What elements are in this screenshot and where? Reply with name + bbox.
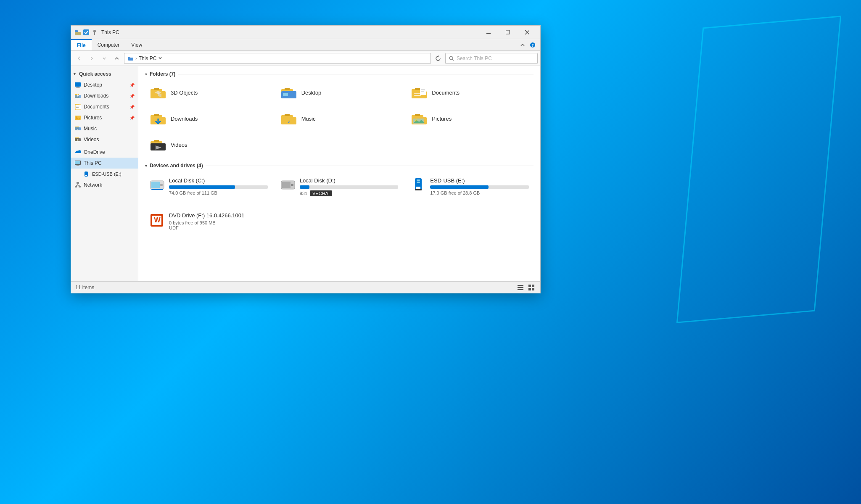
svg-rect-53 <box>283 93 288 96</box>
refresh-button[interactable] <box>433 53 444 64</box>
details-view-button[interactable] <box>516 283 525 292</box>
folders-chevron[interactable]: ▾ <box>145 72 147 77</box>
sidebar-item-videos[interactable]: Videos <box>71 134 138 145</box>
onedrive-icon <box>74 149 81 156</box>
svg-rect-97 <box>518 287 523 288</box>
svg-line-44 <box>78 185 80 186</box>
ribbon-collapse-button[interactable] <box>518 41 527 49</box>
sidebar-thispc-label: This PC <box>84 160 102 166</box>
ribbon-chevron-area: ? <box>518 41 540 49</box>
drive-d-space: 931 <box>300 191 307 196</box>
svg-text:?: ? <box>531 43 534 47</box>
drive-f[interactable]: W DVD Drive (F:) 16.0.4266.1001 0 bytes … <box>145 208 272 235</box>
svg-rect-2 <box>75 32 81 35</box>
documents-icon <box>74 103 81 110</box>
drives-section-title: Devices and drives (4) <box>150 163 203 169</box>
svg-rect-61 <box>421 91 424 92</box>
tab-view[interactable]: View <box>125 39 148 50</box>
main-area: ▾ Quick access Desktop 📌 <box>71 66 540 281</box>
drive-d[interactable]: Local Disk (D:) 931 VECHAI <box>276 173 403 201</box>
svg-rect-13 <box>128 58 133 61</box>
sidebar-item-esd-usb[interactable]: ESD-USB (E:) <box>71 169 138 179</box>
folder-documents[interactable]: Documents <box>406 81 534 104</box>
tab-computer[interactable]: Computer <box>92 39 126 50</box>
up-button[interactable] <box>111 53 122 64</box>
sidebar-downloads-label: Downloads <box>84 93 108 99</box>
window-controls <box>479 26 537 39</box>
svg-rect-23 <box>76 106 79 106</box>
folder-downloads[interactable]: Downloads <box>145 107 272 130</box>
svg-rect-98 <box>518 289 523 290</box>
drive-d-space-row: 931 VECHAI <box>300 190 399 196</box>
folder-pictures-name: Pictures <box>432 116 452 122</box>
items-count: 11 items <box>75 285 94 290</box>
ribbon-help-button[interactable]: ? <box>528 41 537 49</box>
quick-access-chevron: ▾ <box>74 72 76 76</box>
maximize-button[interactable] <box>498 26 518 39</box>
drives-chevron[interactable]: ▾ <box>145 164 147 168</box>
svg-rect-102 <box>532 288 534 290</box>
sidebar-pictures-label: Pictures <box>84 115 102 121</box>
window-title: This PC <box>101 29 479 35</box>
drive-d-tooltip: VECHAI <box>310 190 332 196</box>
svg-rect-39 <box>77 182 79 184</box>
sidebar-documents-label: Documents <box>84 104 109 110</box>
folder-videos-name: Videos <box>171 142 188 148</box>
drive-e-bar-fill <box>430 185 488 189</box>
svg-rect-40 <box>75 186 77 187</box>
svg-rect-35 <box>77 165 79 166</box>
svg-rect-38 <box>85 175 87 176</box>
svg-rect-90 <box>417 179 420 181</box>
pictures-folder-icon <box>411 111 428 126</box>
usb-drive-icon <box>83 171 90 177</box>
sidebar-item-desktop[interactable]: Desktop 📌 <box>71 79 138 90</box>
sidebar-desktop-label: Desktop <box>84 82 102 88</box>
folder-desktop-name: Desktop <box>301 90 322 96</box>
svg-text:♪: ♪ <box>77 127 79 131</box>
sidebar-item-network[interactable]: Network <box>71 179 138 190</box>
sidebar-network-label: Network <box>84 182 102 188</box>
tiles-view-button[interactable] <box>527 283 536 292</box>
sidebar-quick-access-header[interactable]: ▾ Quick access <box>71 69 138 79</box>
sidebar-item-downloads[interactable]: Downloads 📌 <box>71 90 138 101</box>
drive-f-info: DVD Drive (F:) 16.0.4266.1001 0 bytes fr… <box>169 212 267 230</box>
sidebar-item-documents[interactable]: Documents 📌 <box>71 101 138 112</box>
path-dropdown-button[interactable] <box>158 55 162 61</box>
folder-music[interactable]: ♪ Music <box>276 107 403 130</box>
folder-pictures[interactable]: Pictures <box>406 107 534 130</box>
minimize-button[interactable] <box>479 26 498 39</box>
close-button[interactable] <box>518 26 537 39</box>
desktop-folder-icon <box>280 85 297 100</box>
svg-rect-89 <box>416 187 420 190</box>
svg-rect-100 <box>532 285 534 287</box>
forward-button[interactable] <box>86 53 97 64</box>
back-button[interactable] <box>74 53 85 64</box>
drives-section-header: ▾ Devices and drives (4) <box>145 163 534 169</box>
sidebar-item-thispc[interactable]: This PC <box>71 158 138 169</box>
sidebar-item-onedrive[interactable]: OneDrive <box>71 147 138 158</box>
drive-c-name: Local Disk (C:) <box>169 177 268 184</box>
sidebar-item-pictures[interactable]: Pictures 📌 <box>71 112 138 123</box>
svg-line-43 <box>76 185 78 186</box>
drive-e[interactable]: ESD-USB (E:) 17.0 GB free of 28.8 GB <box>406 173 534 201</box>
drive-e-space: 17.0 GB free of 28.8 GB <box>430 190 529 195</box>
svg-rect-59 <box>420 88 426 95</box>
address-path[interactable]: › This PC <box>124 53 431 64</box>
folder-3dobjects[interactable]: 3D Objects <box>145 81 272 104</box>
desktop-icon <box>74 82 81 88</box>
svg-rect-36 <box>76 166 80 166</box>
svg-rect-96 <box>518 285 523 286</box>
search-box[interactable]: Search This PC <box>445 53 538 64</box>
sidebar-item-music[interactable]: ♪ Music <box>71 123 138 134</box>
drive-c-bar-fill <box>169 185 235 189</box>
folder-videos[interactable]: Videos <box>145 133 272 156</box>
folders-section-header: ▾ Folders (7) <box>145 71 534 77</box>
folder-desktop[interactable]: Desktop <box>276 81 403 104</box>
drive-c[interactable]: Local Disk (C:) 74.0 GB free of 111 GB <box>145 173 272 201</box>
recent-locations-button[interactable] <box>99 53 110 64</box>
svg-rect-41 <box>79 186 81 187</box>
pictures-pin-icon: 📌 <box>129 116 135 120</box>
tab-file[interactable]: File <box>71 39 92 50</box>
documents-folder-icon <box>411 85 428 100</box>
breadcrumb-arrow: › <box>135 56 137 61</box>
